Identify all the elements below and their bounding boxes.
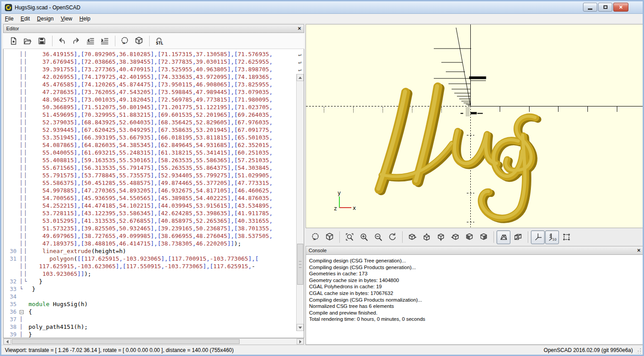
editor-dock-titlebar[interactable]: Editor ×: [3, 24, 304, 33]
fold-guide: ││: [19, 172, 29, 178]
zoom-out-button[interactable]: [371, 230, 385, 244]
svg-text:»: »: [313, 236, 316, 241]
code-row[interactable]: ││ 49.697965],[38.727655,49.099985],[38.…: [4, 232, 304, 240]
code-row[interactable]: ││ 37.676945],[72.038665,38.389455],[72.…: [4, 58, 304, 65]
console-dock-titlebar[interactable]: Console ×: [306, 246, 644, 255]
reset-view-button[interactable]: [385, 230, 399, 244]
code-row[interactable]: ││ 42.026955],[74.179725,42.401955],[74.…: [4, 73, 304, 81]
code-row[interactable]: ││ 55.586375],[50.451285,55.488575],[49.…: [4, 179, 304, 187]
scroll-right-button[interactable]: [297, 339, 304, 344]
fold-guide: ││: [19, 66, 29, 72]
indent-button[interactable]: [98, 34, 111, 48]
code-row[interactable]: ││ 54.700565],[45.936595,54.550565],[45.…: [4, 194, 304, 202]
code-row[interactable]: ││ 39.391755],[73.277365,40.470915],[73.…: [4, 65, 304, 73]
view-front-button[interactable]: [462, 230, 476, 244]
code-row[interactable]: 32│└ }: [4, 278, 304, 285]
code-editor[interactable]: ││ 36.419155],[70.892905,36.810285],[71.…: [3, 49, 304, 338]
show-axes-button[interactable]: [531, 230, 545, 244]
menu-edit[interactable]: Edit: [17, 14, 33, 23]
code-row[interactable]: ││ 55.671565],[56.313535,55.791475],[55.…: [4, 164, 304, 172]
redo-button[interactable]: [69, 34, 83, 48]
code-row[interactable]: ││ 47.278635],[73.762055,47.543205],[73.…: [4, 88, 304, 96]
code-row[interactable]: ││ 53.351945],[66.393195,53.667935],[66.…: [4, 134, 304, 141]
view-top-button[interactable]: [420, 230, 433, 244]
fold-guide: ││: [19, 82, 29, 87]
unindent-button[interactable]: [84, 34, 97, 48]
fold-guide: ││: [19, 263, 29, 269]
console-output[interactable]: Compiling design (CSG Tree generation)..…: [306, 255, 644, 345]
code-row[interactable]: ││ 54.087865],[64.826035,54.385345],[62.…: [4, 141, 304, 149]
code-row[interactable]: ││ 53.015295],[41.313535,52.676855],[40.…: [4, 217, 304, 225]
code-row[interactable]: ││ 55.040055],[61.693215,55.248315],[61.…: [4, 149, 304, 156]
code-row[interactable]: 37│: [4, 315, 304, 323]
editor-vertical-scrollbar[interactable]: [296, 74, 304, 331]
preview-button[interactable]: »: [118, 34, 131, 48]
code-row[interactable]: ││ 54.252215],[44.474185,54.102215],[44.…: [4, 202, 304, 209]
code-row[interactable]: ││ 36.419155],[70.892905,36.810285],[71.…: [4, 50, 304, 58]
menu-help[interactable]: Help: [76, 14, 94, 23]
render-button[interactable]: [322, 230, 336, 244]
preview-button[interactable]: »: [308, 230, 322, 244]
menu-view[interactable]: View: [57, 14, 76, 23]
code-row[interactable]: 39│}: [4, 331, 304, 338]
title-bar[interactable]: HugsSig.scad - OpenSCAD: [1, 1, 643, 14]
code-row[interactable]: 33└ }: [4, 285, 304, 293]
undo-icon: [57, 37, 66, 45]
code-row[interactable]: ││ 45.476585],[74.120265,45.874475],[73.…: [4, 81, 304, 88]
view-right-button[interactable]: [405, 230, 419, 244]
code-row[interactable]: 36−{: [4, 308, 304, 315]
code-row[interactable]: ││ 47.189375],[38.488105,46.414715],[38.…: [4, 240, 304, 247]
render-button[interactable]: [132, 34, 146, 48]
code-row[interactable]: 35module HugsSig(h): [4, 300, 304, 308]
maximize-icon: [603, 5, 607, 9]
show-scale-markers-button[interactable]: 10: [545, 230, 559, 244]
code-row[interactable]: ││ 52.379035],[68.843925,52.604035],[68.…: [4, 119, 304, 126]
menu-design[interactable]: Design: [33, 14, 57, 23]
view-left-button[interactable]: [448, 230, 462, 244]
maximize-button[interactable]: [598, 3, 612, 12]
code-row[interactable]: 31││ polygon([[117.625915,-103.923065],[…: [4, 255, 304, 262]
vertical-scroll-thumb[interactable]: [297, 244, 303, 285]
code-row[interactable]: ││ 52.939445],[67.620425,53.049295],[67.…: [4, 126, 304, 134]
editor-horizontal-scrollbar[interactable]: [3, 338, 304, 345]
code-row[interactable]: 34: [4, 293, 304, 300]
code-row[interactable]: ││ 51.459695],[70.329955,51.883215],[69.…: [4, 111, 304, 119]
editor-close-icon[interactable]: ×: [298, 26, 301, 31]
orthogonal-button[interactable]: [511, 230, 525, 244]
minimize-button[interactable]: [583, 3, 597, 12]
scroll-left-button[interactable]: [4, 339, 11, 344]
console-close-icon[interactable]: ×: [637, 248, 640, 253]
code-row[interactable]: ││ 51.573235],[39.825505,50.932465],[39.…: [4, 225, 304, 232]
new-file-button[interactable]: [7, 34, 20, 48]
open-file-button[interactable]: [21, 34, 34, 48]
fold-guide: −: [19, 309, 29, 315]
3d-viewport[interactable]: y x z: [306, 24, 644, 228]
code-row[interactable]: ││ 53.728115],[43.122395,53.586345],[42.…: [4, 209, 304, 217]
close-button[interactable]: ✕: [613, 3, 628, 12]
view-bottom-button[interactable]: [434, 230, 448, 244]
show-crosshairs-button[interactable]: [559, 230, 573, 244]
menu-file[interactable]: File: [1, 14, 17, 23]
code-row[interactable]: ││ 103.923065]]);: [4, 270, 304, 278]
code-row[interactable]: 38│poly_path4151(h);: [4, 323, 304, 331]
undo-button[interactable]: [55, 34, 69, 48]
perspective-button[interactable]: [497, 230, 510, 244]
scroll-up-button[interactable]: [297, 74, 304, 81]
horizontal-scroll-thumb[interactable]: [12, 339, 240, 344]
view-back-button[interactable]: [477, 230, 490, 244]
export-stl-button[interactable]: STL: [152, 34, 166, 48]
code-row[interactable]: ││ 55.408815],[59.163535,55.530165],[58.…: [4, 156, 304, 164]
resize-grip[interactable]: [636, 348, 641, 353]
zoom-in-button[interactable]: [357, 230, 371, 244]
code-row[interactable]: ││ 117.625915,-103.623065],[117.550915,-…: [4, 262, 304, 270]
toolbar-separator: [52, 36, 53, 46]
code-row[interactable]: ││ 54.997885],[47.270365,54.893205],[46.…: [4, 187, 304, 194]
scroll-down-button[interactable]: [297, 324, 304, 331]
code-row[interactable]: ││ 48.962575],[73.001035,49.182045],[72.…: [4, 96, 304, 103]
code-row[interactable]: 30││ linear_extrude(height=h): [4, 247, 304, 255]
code-row[interactable]: ││ 50.366895],[71.512075,50.801945],[71.…: [4, 103, 304, 111]
save-file-button[interactable]: [35, 34, 49, 48]
zoom-all-button[interactable]: [342, 230, 356, 244]
fold-marker-icon[interactable]: −: [20, 310, 24, 314]
code-row[interactable]: ││ 55.791575],[53.778845,55.735575],[52.…: [4, 172, 304, 179]
